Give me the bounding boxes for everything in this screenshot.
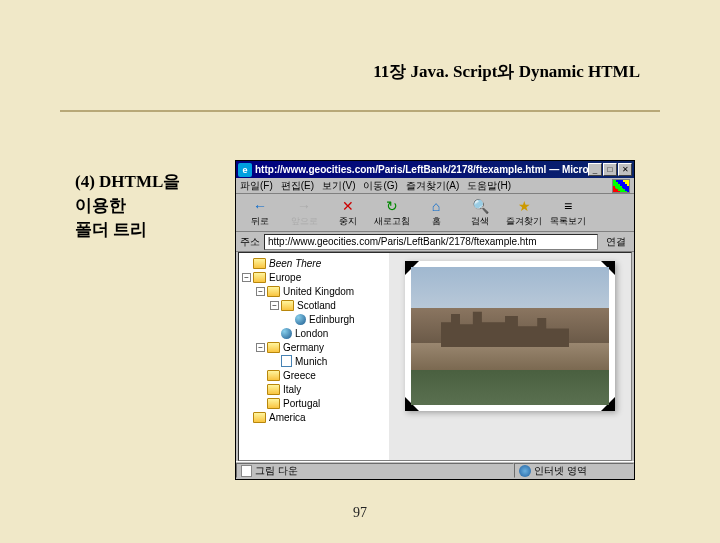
tree-toggle-icon[interactable]: −: [256, 287, 265, 296]
tree-item[interactable]: Greece: [242, 368, 386, 382]
tree-label: America: [269, 412, 306, 423]
folder-tree: Been There−Europe−United Kingdom−Scotlan…: [239, 253, 389, 460]
home-icon: ⌂: [427, 197, 445, 215]
document-icon: [241, 465, 252, 477]
page-title: 11장 Java. Script와 Dynamic HTML: [373, 60, 640, 83]
folder-icon: [281, 300, 294, 311]
list-icon: ≡: [559, 197, 577, 215]
content-area: Been There−Europe−United Kingdom−Scotlan…: [238, 252, 632, 461]
castle-photo: [411, 267, 609, 405]
tree-toggle-icon[interactable]: −: [270, 301, 279, 310]
tree-item[interactable]: −United Kingdom: [242, 284, 386, 298]
search-button[interactable]: 🔍검색: [460, 197, 500, 228]
tree-label: Italy: [283, 384, 301, 395]
tree-item[interactable]: Italy: [242, 382, 386, 396]
tree-item[interactable]: Portugal: [242, 396, 386, 410]
tree-item[interactable]: America: [242, 410, 386, 424]
refresh-button[interactable]: ↻새로고침: [372, 197, 412, 228]
tree-label: London: [295, 328, 328, 339]
tree-item[interactable]: Edinburgh: [242, 312, 386, 326]
status-right: 인터넷 영역: [514, 463, 634, 478]
folder-icon: [267, 342, 280, 353]
favorites-button[interactable]: ★즐겨찾기: [504, 197, 544, 228]
tree-label: Munich: [295, 356, 327, 367]
ie-icon: e: [238, 163, 252, 177]
address-label: 주소: [240, 235, 260, 249]
forward-arrow-icon: →: [295, 197, 313, 215]
folder-icon: [267, 398, 280, 409]
globe-icon: [281, 328, 292, 339]
tree-label: Edinburgh: [309, 314, 355, 325]
back-arrow-icon: ←: [251, 197, 269, 215]
tree-label: Portugal: [283, 398, 320, 409]
star-icon: ★: [515, 197, 533, 215]
statusbar: 그림 다운 인터넷 영역: [236, 461, 634, 479]
tree-toggle-icon[interactable]: −: [242, 273, 251, 282]
minimize-button[interactable]: _: [588, 163, 602, 176]
links-label[interactable]: 연결: [602, 235, 630, 249]
photo-frame: [405, 261, 615, 411]
tree-item[interactable]: −Europe: [242, 270, 386, 284]
page-number: 97: [353, 505, 367, 521]
tree-label: Been There: [269, 258, 321, 269]
menu-go[interactable]: 이동(G): [363, 179, 397, 193]
folder-icon: [253, 272, 266, 283]
menu-file[interactable]: 파일(F): [240, 179, 273, 193]
close-button[interactable]: ✕: [618, 163, 632, 176]
document-icon: [281, 355, 292, 367]
globe-icon: [519, 465, 531, 477]
folder-icon: [253, 412, 266, 423]
menu-favorites[interactable]: 즐겨찾기(A): [406, 179, 459, 193]
tree-label: Germany: [283, 342, 324, 353]
stop-icon: ✕: [339, 197, 357, 215]
tree-item[interactable]: Munich: [242, 354, 386, 368]
window-title: http://www.geocities.com/Paris/LeftBank/…: [255, 164, 588, 175]
browser-window: e http://www.geocities.com/Paris/LeftBan…: [235, 160, 635, 480]
address-bar: 주소 http://www.geocities.com/Paris/LeftBa…: [236, 232, 634, 252]
tree-item[interactable]: London: [242, 326, 386, 340]
image-panel: [389, 253, 631, 460]
divider: [60, 110, 660, 112]
menu-help[interactable]: 도움말(H): [467, 179, 511, 193]
stop-button[interactable]: ✕중지: [328, 197, 368, 228]
menu-edit[interactable]: 편집(E): [281, 179, 314, 193]
tree-item[interactable]: Been There: [242, 256, 386, 270]
titlebar: e http://www.geocities.com/Paris/LeftBan…: [236, 161, 634, 178]
history-button[interactable]: ≡목록보기: [548, 197, 588, 228]
folder-icon: [267, 370, 280, 381]
globe-icon: [295, 314, 306, 325]
tree-toggle-icon[interactable]: −: [256, 343, 265, 352]
folder-icon: [253, 258, 266, 269]
section-heading: (4) DHTML을 이용한 폴더 트리: [75, 170, 180, 241]
home-button[interactable]: ⌂홈: [416, 197, 456, 228]
tree-label: United Kingdom: [283, 286, 354, 297]
tree-item[interactable]: −Scotland: [242, 298, 386, 312]
back-button[interactable]: ←뒤로: [240, 197, 280, 228]
menu-view[interactable]: 보기(V): [322, 179, 355, 193]
refresh-icon: ↻: [383, 197, 401, 215]
tree-label: Greece: [283, 370, 316, 381]
maximize-button[interactable]: □: [603, 163, 617, 176]
windows-logo-icon: [612, 179, 630, 193]
search-icon: 🔍: [471, 197, 489, 215]
tree-item[interactable]: −Germany: [242, 340, 386, 354]
folder-icon: [267, 286, 280, 297]
menubar: 파일(F) 편집(E) 보기(V) 이동(G) 즐겨찾기(A) 도움말(H): [236, 178, 634, 194]
tree-label: Scotland: [297, 300, 336, 311]
tree-label: Europe: [269, 272, 301, 283]
address-input[interactable]: http://www.geocities.com/Paris/LeftBank/…: [264, 234, 598, 250]
status-left: 그림 다운: [236, 463, 514, 478]
toolbar: ←뒤로 →앞으로 ✕중지 ↻새로고침 ⌂홈 🔍검색 ★즐겨찾기 ≡목록보기: [236, 194, 634, 232]
folder-icon: [267, 384, 280, 395]
forward-button[interactable]: →앞으로: [284, 197, 324, 228]
